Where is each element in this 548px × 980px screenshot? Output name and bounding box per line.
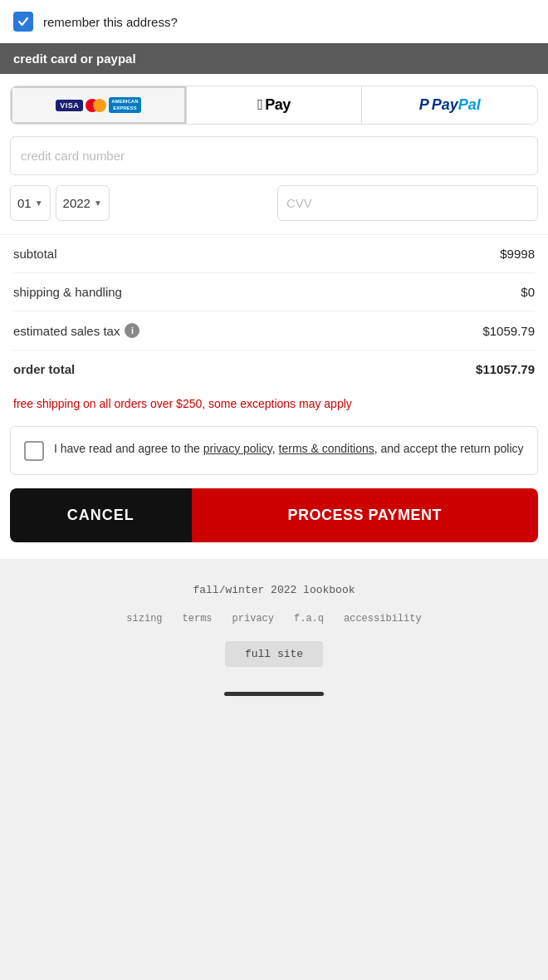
action-buttons: CANCEL PROCESS PAYMENT <box>10 488 538 542</box>
visa-icon: VISA <box>56 100 83 111</box>
card-number-row <box>10 136 538 175</box>
full-site-button[interactable]: full site <box>225 641 323 667</box>
tax-row: estimated sales tax i $1059.79 <box>13 311 535 350</box>
subtotal-value: $9998 <box>500 247 535 261</box>
shipping-notice: free shipping on all orders over $250, s… <box>0 388 548 426</box>
tab-card[interactable]: VISA AMERICANEXPRESS <box>11 86 187 124</box>
paypal-icon: P <box>419 96 429 114</box>
footer-link-faq[interactable]: f.a.q <box>294 613 324 625</box>
total-label: order total <box>13 362 75 376</box>
date-selects: 01 ▼ 2022 ▼ <box>10 185 271 221</box>
shipping-value: $0 <box>521 285 535 299</box>
footer-link-sizing[interactable]: sizing <box>126 613 162 625</box>
payment-tabs: VISA AMERICANEXPRESS  Pay P PayPal <box>10 86 538 125</box>
tax-value: $1059.79 <box>482 324 535 338</box>
remember-address-row: remember this address? <box>0 0 548 43</box>
apple-pay-label:  Pay <box>257 96 291 114</box>
apple-icon:  <box>257 96 262 114</box>
agreement-row: I have read and agree to the privacy pol… <box>10 426 538 475</box>
remember-label: remember this address? <box>43 15 178 29</box>
terms-link[interactable]: terms & conditions <box>279 442 374 455</box>
home-indicator <box>224 692 324 696</box>
shipping-row: shipping & handling $0 <box>13 273 535 311</box>
month-select[interactable]: 01 ▼ <box>10 185 51 221</box>
subtotal-label: subtotal <box>13 247 57 261</box>
paypal-label: P PayPal <box>419 96 481 114</box>
card-icons: VISA AMERICANEXPRESS <box>56 97 140 112</box>
tax-info-icon[interactable]: i <box>125 323 139 338</box>
shipping-label: shipping & handling <box>13 285 122 299</box>
month-chevron-icon: ▼ <box>35 198 43 208</box>
card-number-input[interactable] <box>10 136 538 175</box>
footer-link-terms[interactable]: terms <box>183 613 213 625</box>
mastercard-icon <box>86 99 106 112</box>
tab-paypal[interactable]: P PayPal <box>362 86 537 124</box>
agreement-text: I have read and agree to the privacy pol… <box>54 440 524 458</box>
tab-apple-pay[interactable]:  Pay <box>187 86 363 124</box>
subtotal-row: subtotal $9998 <box>13 235 535 273</box>
total-row: order total $11057.79 <box>13 350 535 388</box>
year-select[interactable]: 2022 ▼ <box>56 185 110 221</box>
footer-link-privacy[interactable]: privacy <box>232 613 274 625</box>
footer-links: sizing terms privacy f.a.q accessibility <box>13 613 535 625</box>
cancel-button[interactable]: CANCEL <box>10 488 192 542</box>
footer: fall/winter 2022 lookbook sizing terms p… <box>0 559 548 713</box>
cvv-row <box>277 185 538 221</box>
total-value: $11057.79 <box>476 362 535 376</box>
cvv-input[interactable] <box>277 185 538 221</box>
privacy-policy-link[interactable]: privacy policy <box>203 442 272 455</box>
remember-checkbox[interactable] <box>13 12 33 32</box>
full-site-row: full site <box>13 641 535 667</box>
date-cvv-row: 01 ▼ 2022 ▼ <box>10 185 538 221</box>
tax-label: estimated sales tax i <box>13 323 139 338</box>
amex-icon: AMERICANEXPRESS <box>109 97 140 112</box>
agreement-checkbox[interactable] <box>24 441 44 461</box>
payment-section-header: credit card or paypal <box>0 43 548 74</box>
process-payment-button[interactable]: PROCESS PAYMENT <box>192 488 538 542</box>
lookbook-label: fall/winter 2022 lookbook <box>13 584 535 596</box>
order-summary: subtotal $9998 shipping & handling $0 es… <box>0 234 548 388</box>
year-chevron-icon: ▼ <box>94 198 102 208</box>
footer-link-accessibility[interactable]: accessibility <box>344 613 422 625</box>
